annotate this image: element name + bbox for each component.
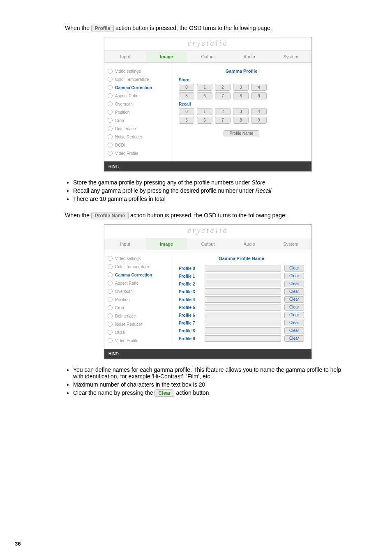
tab-input[interactable]: Input bbox=[104, 238, 146, 250]
recall-slot[interactable]: 9 bbox=[251, 117, 267, 124]
profile-name-input[interactable] bbox=[205, 296, 281, 303]
profile-name-input[interactable] bbox=[205, 327, 281, 334]
clear-button[interactable]: Clear bbox=[284, 273, 304, 279]
sidebar-item[interactable]: Video Profile bbox=[107, 336, 168, 345]
clear-button[interactable]: Clear bbox=[284, 304, 304, 311]
tab-bar: Input Image Output Audio System bbox=[104, 51, 311, 63]
store-slot[interactable]: 3 bbox=[233, 84, 249, 91]
page-number: 36 bbox=[15, 541, 21, 547]
store-slot[interactable]: 5 bbox=[179, 92, 194, 99]
recall-slot[interactable]: 2 bbox=[215, 108, 231, 115]
sidebar-item[interactable]: Video settings bbox=[107, 67, 168, 75]
sidebar-item[interactable]: Deinterlace bbox=[107, 312, 168, 320]
store-slot[interactable]: 9 bbox=[251, 92, 267, 99]
tab-system[interactable]: System bbox=[270, 238, 311, 250]
sidebar-item[interactable]: DCDi bbox=[107, 141, 168, 149]
profile-name-input[interactable] bbox=[205, 273, 281, 279]
sidebar-item[interactable]: Gamma Correction bbox=[107, 83, 168, 92]
list-item: Store the gamma profile by pressing any … bbox=[73, 179, 351, 186]
profile-row-label: Profile 6 bbox=[179, 313, 201, 318]
profile-name-input[interactable] bbox=[205, 281, 281, 287]
profile-name-input[interactable] bbox=[205, 288, 281, 295]
clear-button-ref: Clear bbox=[154, 389, 174, 397]
bullet-list-2: You can define names for each gamma prof… bbox=[73, 366, 351, 397]
recall-slot[interactable]: 8 bbox=[233, 117, 249, 124]
osd-gamma-profile-name: crystalio Input Image Output Audio Syste… bbox=[104, 224, 312, 359]
profile-row-label: Profile 4 bbox=[179, 297, 201, 302]
sidebar-item[interactable]: Deinterlace bbox=[107, 124, 168, 133]
sidebar-item[interactable]: Overscan bbox=[107, 287, 168, 295]
sidebar-item[interactable]: Video settings bbox=[107, 254, 168, 263]
sidebar-item[interactable]: Color Temperature bbox=[107, 263, 168, 271]
tab-output[interactable]: Output bbox=[187, 238, 229, 250]
tab-input[interactable]: Input bbox=[104, 51, 146, 62]
recall-label: Recall bbox=[179, 102, 304, 106]
sidebar-item[interactable]: Aspect Ratio bbox=[107, 92, 168, 100]
store-label: Store bbox=[179, 78, 304, 82]
sidebar-item[interactable]: Position bbox=[107, 108, 168, 116]
store-slot[interactable]: 6 bbox=[197, 92, 212, 99]
store-slot[interactable]: 7 bbox=[215, 92, 231, 99]
clear-button[interactable]: Clear bbox=[284, 327, 304, 334]
recall-slot[interactable]: 3 bbox=[233, 108, 249, 115]
sidebar-item[interactable]: Overscan bbox=[107, 100, 168, 108]
tab-system[interactable]: System bbox=[270, 51, 311, 62]
list-item: Recall any gamma profile by pressing the… bbox=[73, 187, 351, 194]
clear-button[interactable]: Clear bbox=[284, 320, 304, 326]
profile-name-button[interactable]: Profile Name bbox=[224, 130, 260, 136]
list-item: You can define names for each gamma prof… bbox=[73, 366, 351, 380]
sidebar-item[interactable]: DCDi bbox=[107, 328, 168, 336]
clear-button[interactable]: Clear bbox=[284, 281, 304, 287]
list-item: Maximum number of characters in the text… bbox=[73, 381, 351, 388]
sidebar-item[interactable]: Gamma Correction bbox=[107, 271, 168, 279]
sidebar-item[interactable]: Crop bbox=[107, 304, 168, 312]
sidebar-item[interactable]: Noise Reducer bbox=[107, 320, 168, 328]
store-slot[interactable]: 4 bbox=[251, 84, 267, 91]
bullet-list-1: Store the gamma profile by pressing any … bbox=[73, 179, 351, 202]
sidebar: Video settings Color Temperature Gamma C… bbox=[104, 63, 171, 161]
clear-button[interactable]: Clear bbox=[284, 288, 304, 295]
profile-name-input[interactable] bbox=[205, 265, 281, 272]
sidebar-item[interactable]: Noise Reducer bbox=[107, 133, 168, 141]
sidebar: Video settings Color Temperature Gamma C… bbox=[104, 250, 171, 349]
store-slot[interactable]: 1 bbox=[197, 84, 212, 91]
profile-row-label: Profile 0 bbox=[179, 266, 201, 271]
clear-button[interactable]: Clear bbox=[284, 312, 304, 318]
sidebar-item[interactable]: Position bbox=[107, 295, 168, 304]
intro-text-2: When the Profile Name action button is p… bbox=[65, 212, 351, 219]
store-slot[interactable]: 2 bbox=[215, 84, 231, 91]
hint-bar: HINT: bbox=[104, 161, 311, 171]
list-item: There are 10 gamma profiles in total bbox=[73, 196, 351, 202]
profile-name-input[interactable] bbox=[205, 320, 281, 326]
profile-name-input[interactable] bbox=[205, 312, 281, 318]
sidebar-item[interactable]: Crop bbox=[107, 116, 168, 124]
tab-image[interactable]: Image bbox=[146, 51, 187, 62]
recall-slot[interactable]: 6 bbox=[197, 117, 212, 124]
profile-name-input[interactable] bbox=[205, 304, 281, 311]
tab-audio[interactable]: Audio bbox=[228, 238, 270, 250]
store-slot[interactable]: 0 bbox=[179, 84, 194, 91]
panel-title: Gamma Profile bbox=[179, 69, 304, 74]
hint-bar: HINT: bbox=[104, 349, 311, 359]
clear-button[interactable]: Clear bbox=[284, 335, 304, 342]
tab-audio[interactable]: Audio bbox=[228, 51, 270, 62]
sidebar-item[interactable]: Color Temperature bbox=[107, 75, 168, 83]
recall-slot[interactable]: 5 bbox=[179, 117, 194, 124]
clear-button[interactable]: Clear bbox=[284, 296, 304, 303]
recall-slot[interactable]: 7 bbox=[215, 117, 231, 124]
sidebar-item[interactable]: Aspect Ratio bbox=[107, 279, 168, 287]
sidebar-item[interactable]: Video Profile bbox=[107, 149, 168, 157]
profile-name-input[interactable] bbox=[205, 335, 281, 342]
store-slot[interactable]: 8 bbox=[233, 92, 249, 99]
clear-button[interactable]: Clear bbox=[284, 265, 304, 272]
tab-image[interactable]: Image bbox=[146, 238, 187, 250]
recall-slot[interactable]: 1 bbox=[197, 108, 212, 115]
tab-bar: Input Image Output Audio System bbox=[104, 238, 311, 250]
recall-slot[interactable]: 0 bbox=[179, 108, 194, 115]
intro-text-1: When the Profile action button is presse… bbox=[65, 25, 351, 32]
recall-slot[interactable]: 4 bbox=[251, 108, 267, 115]
panel-title: Gamma Profile Name bbox=[179, 256, 304, 261]
tab-output[interactable]: Output bbox=[187, 51, 229, 62]
brand-logo: crystalio bbox=[104, 225, 311, 238]
brand-logo: crystalio bbox=[104, 37, 311, 51]
